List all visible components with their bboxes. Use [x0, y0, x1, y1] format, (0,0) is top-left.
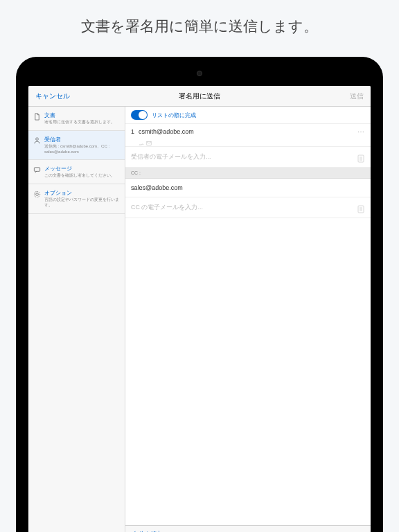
- sidebar-item-desc: 言語の設定やパスワードの変更を行います。: [44, 197, 121, 209]
- recipient-email: csmith@adobe.com: [139, 128, 353, 135]
- sidebar-item-label: 文書: [44, 112, 121, 119]
- recipient-input-row[interactable]: 受信者の電子メールを入力...: [125, 147, 371, 168]
- app-screen: キャンセル 署名用に送信 送信 文書 署名用に送信する文書を選択します。: [28, 86, 371, 532]
- sidebar-item-desc: 送信先 : csmith@adobe.com、CC : sales@adobe.…: [44, 144, 121, 155]
- cc-input[interactable]: CC の電子メールを入力...: [131, 203, 353, 212]
- recipient-number: 1: [131, 128, 134, 135]
- sidebar-item-desc: この文書を確認し署名してください。: [44, 173, 121, 179]
- sidebar-item-label: 受信者: [44, 136, 121, 143]
- svg-point-0: [35, 138, 38, 141]
- nav-bar: キャンセル 署名用に送信 送信: [28, 86, 371, 107]
- nav-title: 署名用に送信: [179, 91, 220, 101]
- toggle-label: リストの順に完成: [152, 112, 196, 119]
- cc-entry[interactable]: sales@adobe.com: [125, 179, 371, 197]
- bottom-bar: 自分を追加 CC: [125, 525, 371, 532]
- document-icon: [33, 112, 41, 121]
- cc-input-row[interactable]: CC の電子メールを入力...: [125, 197, 371, 218]
- recipient-row[interactable]: 1 csmith@adobe.com ⋯: [125, 124, 371, 147]
- complete-in-order-toggle[interactable]: [131, 110, 148, 120]
- svg-point-3: [34, 191, 39, 197]
- sidebar-item-desc: 署名用に送信する文書を選択します。: [44, 120, 121, 125]
- svg-rect-1: [34, 168, 39, 172]
- more-button[interactable]: ⋯: [357, 128, 365, 136]
- main-panel: リストの順に完成 1 csmith@adobe.com: [125, 107, 371, 532]
- recipient-input[interactable]: 受信者の電子メールを入力...: [131, 152, 353, 161]
- sidebar-item-label: メッセージ: [44, 165, 121, 172]
- sidebar-item-recipients[interactable]: 受信者 送信先 : csmith@adobe.com、CC : sales@ad…: [28, 131, 125, 161]
- sidebar-item-message[interactable]: メッセージ この文書を確認し署名してください。: [28, 160, 125, 184]
- camera-dot: [197, 71, 202, 76]
- cancel-button[interactable]: キャンセル: [35, 91, 70, 101]
- sidebar-item-label: オプション: [44, 189, 121, 197]
- gear-icon: [33, 190, 41, 198]
- user-icon: [33, 136, 41, 145]
- contacts-icon[interactable]: [357, 153, 365, 161]
- send-button[interactable]: 送信: [350, 91, 364, 101]
- mail-icon: [146, 136, 152, 142]
- sidebar: 文書 署名用に送信する文書を選択します。 受信者 送信先 : csmith@ad…: [28, 107, 125, 532]
- message-icon: [33, 166, 41, 174]
- sidebar-item-options[interactable]: オプション 言語の設定やパスワードの変更を行います。: [28, 184, 125, 214]
- page-heading: 文書を署名用に簡単に送信します。: [0, 0, 399, 50]
- sidebar-item-document[interactable]: 文書 署名用に送信する文書を選択します。: [28, 107, 125, 131]
- toggle-row: リストの順に完成: [125, 107, 371, 124]
- tablet-frame: キャンセル 署名用に送信 送信 文書 署名用に送信する文書を選択します。: [16, 57, 383, 532]
- contacts-icon[interactable]: [357, 204, 365, 212]
- content-area: 文書 署名用に送信する文書を選択します。 受信者 送信先 : csmith@ad…: [28, 107, 371, 532]
- svg-point-2: [35, 193, 38, 195]
- cc-section-header: CC :: [125, 168, 371, 179]
- signer-icon: [139, 136, 144, 142]
